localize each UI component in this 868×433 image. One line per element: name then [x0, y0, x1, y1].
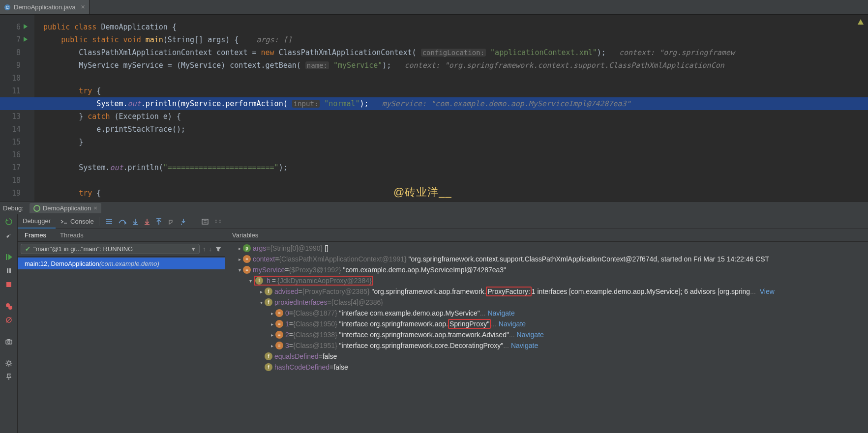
- variables-tree[interactable]: ▸p args = {String[0]@1990} [] ▸≡ context…: [225, 242, 868, 433]
- var-myservice[interactable]: ▾≡ myService = {$Proxy3@1992} "com.examp…: [225, 264, 868, 275]
- view-link[interactable]: View: [760, 288, 775, 295]
- step-over-icon[interactable]: [118, 218, 127, 225]
- var-advised[interactable]: ▸f advised = {ProxyFactory@2385} "org.sp…: [225, 286, 868, 297]
- frame-item[interactable]: main:12, DemoApplication (com.example.de…: [18, 258, 225, 269]
- editor-tab-label: DemoApplication.java: [14, 3, 76, 11]
- debug-label: Debug:: [3, 204, 24, 212]
- svg-line-21: [10, 365, 11, 366]
- svg-rect-4: [6, 254, 7, 260]
- svg-line-23: [6, 365, 7, 366]
- subtab-frames[interactable]: Frames: [25, 231, 46, 239]
- var-args[interactable]: ▸p args = {String[0]@1990} []: [225, 243, 868, 254]
- rerun-icon[interactable]: [4, 217, 13, 226]
- check-icon: ✔: [25, 245, 30, 253]
- step-into-icon[interactable]: [132, 218, 139, 225]
- wrench-icon[interactable]: [4, 231, 13, 240]
- variables-panel: Variables ▸p args = {String[0]@1990} [] …: [225, 229, 868, 433]
- navigate-link[interactable]: Navigate: [487, 309, 514, 317]
- editor-area: C DemoApplication.java ✕ 678910111213141…: [0, 0, 868, 202]
- var-hashcodedefined[interactable]: ▸f hashCodeDefined = false: [225, 362, 868, 373]
- java-file-icon: C: [4, 4, 11, 11]
- gutter: 678910111213141516171819: [0, 15, 34, 202]
- resume-icon[interactable]: [4, 253, 13, 261]
- var-interface-0[interactable]: ▸≡ 0 = {Class@1877} "interface com.examp…: [225, 308, 868, 318]
- navigate-link[interactable]: Navigate: [517, 331, 544, 339]
- watermark: @砖业洋__: [393, 185, 452, 200]
- editor-tab-demoapplication[interactable]: C DemoApplication.java ✕: [0, 0, 90, 14]
- step-toolbar: [99, 214, 222, 229]
- settings-icon[interactable]: [4, 359, 13, 368]
- navigate-link[interactable]: Navigate: [499, 320, 526, 328]
- run-to-cursor-icon[interactable]: [180, 218, 187, 225]
- var-proxiedinterfaces[interactable]: ▾f proxiedInterfaces = {Class[4]@2386}: [225, 297, 868, 308]
- frames-panel: Frames Threads ✔ "main"@1 in gr..."main"…: [18, 229, 225, 433]
- run-gutter-icon[interactable]: [23, 36, 29, 42]
- spring-icon: [33, 205, 40, 212]
- var-interface-2[interactable]: ▸≡ 2 = {Class@1938} "interface org.sprin…: [225, 329, 868, 340]
- filter-icon[interactable]: [215, 246, 222, 253]
- force-step-into-icon[interactable]: [144, 218, 150, 225]
- tab-console[interactable]: Console: [56, 214, 99, 229]
- close-icon[interactable]: ✕: [81, 4, 85, 10]
- session-name: DemoApplication: [43, 204, 91, 212]
- svg-line-22: [10, 361, 11, 362]
- pause-icon[interactable]: [4, 266, 13, 275]
- svg-point-9: [8, 306, 12, 310]
- debug-panel: Debug: DemoApplication ✕: [0, 202, 868, 433]
- breakpoints-icon[interactable]: [4, 302, 13, 311]
- var-interface-1[interactable]: ▸≡ 1 = {Class@1950} "interface org.sprin…: [225, 318, 868, 329]
- chevron-down-icon: ▾: [192, 245, 195, 253]
- svg-rect-36: [202, 219, 208, 224]
- var-equalsdefined[interactable]: ▸f equalsDefined = false: [225, 351, 868, 362]
- thread-selector[interactable]: ✔ "main"@1 in gr..."main": RUNNING ▾: [21, 244, 200, 254]
- svg-rect-14: [7, 339, 10, 340]
- svg-rect-7: [6, 282, 11, 287]
- trace-icon[interactable]: [214, 218, 222, 225]
- warning-icon[interactable]: [857, 19, 864, 26]
- navigate-link[interactable]: Navigate: [511, 342, 538, 349]
- svg-point-15: [7, 362, 10, 365]
- breakpoint-icon[interactable]: [23, 100, 30, 107]
- next-frame-icon[interactable]: ↓: [209, 245, 212, 253]
- debugger-tabs: Debugger Console: [18, 214, 868, 229]
- var-interface-3[interactable]: ▸≡ 3 = {Class@1951} "interface org.sprin…: [225, 340, 868, 351]
- prev-frame-icon[interactable]: ↑: [203, 245, 206, 253]
- var-h[interactable]: ▾ f h = {JdkDynamicAopProxy@2384}: [225, 275, 868, 286]
- editor-tabbar: C DemoApplication.java ✕: [0, 0, 868, 15]
- svg-point-13: [7, 341, 10, 344]
- show-exec-point-icon[interactable]: [105, 218, 113, 225]
- step-out-icon[interactable]: [155, 218, 162, 225]
- svg-rect-35: [181, 224, 182, 225]
- stop-icon[interactable]: [4, 280, 13, 289]
- frame-list: main:12, DemoApplication (com.example.de…: [18, 257, 225, 433]
- subtab-threads[interactable]: Threads: [60, 231, 84, 239]
- code-editor[interactable]: 678910111213141516171819 public class De…: [0, 15, 868, 202]
- svg-point-3: [34, 205, 40, 211]
- mute-breakpoints-icon[interactable]: [4, 316, 13, 324]
- drop-frame-icon[interactable]: [167, 218, 175, 225]
- evaluate-icon[interactable]: [201, 218, 209, 225]
- variables-header: Variables: [225, 229, 868, 242]
- debug-left-toolbar: [0, 214, 18, 433]
- svg-rect-6: [9, 268, 11, 273]
- close-icon[interactable]: ✕: [93, 205, 97, 211]
- console-icon: [60, 219, 67, 225]
- pin-icon[interactable]: [4, 373, 13, 381]
- var-context[interactable]: ▸≡ context = {ClassPathXmlApplicationCon…: [225, 254, 868, 264]
- camera-icon[interactable]: [4, 337, 13, 346]
- svg-rect-5: [7, 268, 8, 273]
- run-gutter-icon[interactable]: [23, 24, 29, 29]
- debug-session-tab[interactable]: DemoApplication ✕: [30, 203, 101, 213]
- tab-debugger[interactable]: Debugger: [18, 214, 56, 229]
- debug-header: Debug: DemoApplication ✕: [0, 202, 868, 214]
- svg-line-20: [6, 361, 7, 362]
- code-content[interactable]: public class DemoApplication { public st…: [34, 15, 868, 202]
- svg-text:C: C: [6, 5, 9, 10]
